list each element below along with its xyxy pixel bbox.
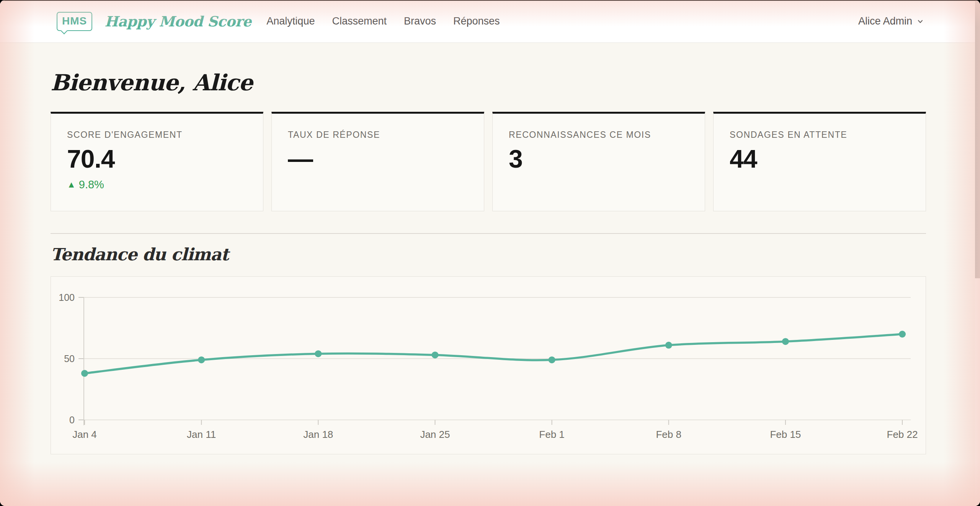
line-chart-canvas: 050100Jan 4Jan 11Jan 18Jan 25Feb 1Feb 8F…	[51, 277, 926, 454]
speech-bubble-tail-icon	[60, 27, 67, 34]
svg-text:Jan 4: Jan 4	[72, 429, 97, 440]
climate-trend-chart: 050100Jan 4Jan 11Jan 18Jan 25Feb 1Feb 8F…	[51, 276, 926, 454]
svg-text:0: 0	[69, 415, 75, 425]
stat-card-recognitions: RECONNAISSANCES CE MOIS 3	[492, 112, 705, 211]
svg-text:Feb 1: Feb 1	[539, 429, 565, 440]
chevron-down-icon	[916, 17, 924, 26]
svg-text:Jan 11: Jan 11	[187, 429, 216, 440]
hms-logo-text: HMS	[62, 15, 87, 27]
svg-text:50: 50	[64, 353, 75, 364]
scrollbar-thumb[interactable]	[975, 0, 980, 278]
main-nav: Analytique Classement Bravos Réponses	[266, 15, 500, 27]
svg-text:Feb 22: Feb 22	[887, 429, 918, 440]
svg-text:Feb 15: Feb 15	[770, 429, 801, 440]
hms-logo[interactable]: HMS	[57, 12, 92, 31]
scrollbar-track[interactable]	[975, 0, 980, 506]
stat-value: —	[288, 146, 468, 171]
brand-title[interactable]: Happy Mood Score	[105, 13, 251, 30]
stat-label: SONDAGES EN ATTENTE	[730, 130, 910, 140]
nav-item-analytique[interactable]: Analytique	[266, 15, 315, 27]
welcome-title: Bienvenue, Alice	[51, 70, 926, 96]
svg-text:100: 100	[59, 292, 75, 303]
stat-delta-value: 9.8%	[79, 178, 104, 191]
stat-card-pending-surveys: SONDAGES EN ATTENTE 44	[713, 112, 926, 211]
stat-value: 3	[509, 146, 689, 171]
stat-value: 44	[730, 146, 910, 171]
user-name: Alice Admin	[858, 15, 912, 27]
stat-value: 70.4	[67, 146, 247, 171]
dashboard-content: Bienvenue, Alice SCORE D'ENGAGEMENT 70.4…	[51, 70, 926, 454]
nav-item-classement[interactable]: Classement	[332, 15, 387, 27]
stat-delta: ▲ 9.8%	[67, 178, 247, 191]
user-menu[interactable]: Alice Admin	[858, 15, 924, 27]
stat-label: SCORE D'ENGAGEMENT	[67, 130, 247, 140]
stat-card-engagement-score: SCORE D'ENGAGEMENT 70.4 ▲ 9.8%	[51, 112, 263, 211]
section-divider	[51, 233, 926, 234]
svg-text:Jan 18: Jan 18	[303, 429, 333, 440]
nav-item-reponses[interactable]: Réponses	[453, 15, 500, 27]
nav-item-bravos[interactable]: Bravos	[404, 15, 436, 27]
app-screen: HMS Happy Mood Score Analytique Classeme…	[0, 0, 980, 506]
top-navigation-bar: HMS Happy Mood Score Analytique Classeme…	[0, 0, 980, 43]
stats-grid: SCORE D'ENGAGEMENT 70.4 ▲ 9.8% TAUX DE R…	[51, 112, 926, 211]
svg-text:Feb 8: Feb 8	[656, 429, 681, 440]
stat-card-response-rate: TAUX DE RÉPONSE —	[271, 112, 484, 211]
climate-trend-title: Tendance du climat	[51, 245, 926, 264]
stat-label: RECONNAISSANCES CE MOIS	[509, 130, 689, 140]
up-triangle-icon: ▲	[67, 180, 76, 190]
stat-label: TAUX DE RÉPONSE	[288, 130, 468, 140]
svg-text:Jan 25: Jan 25	[420, 429, 450, 440]
